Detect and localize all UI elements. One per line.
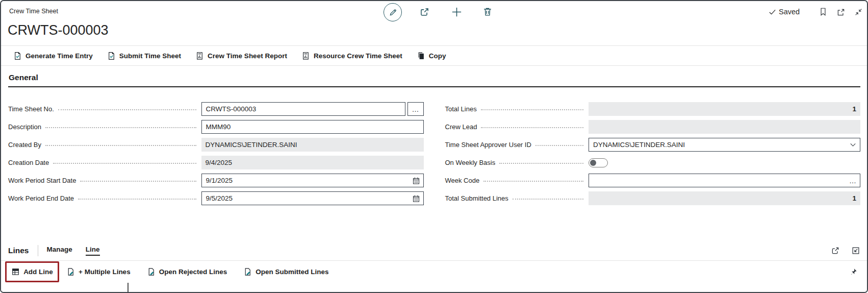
action-label: Open Rejected Lines — [159, 268, 227, 276]
work-period-end-date-input[interactable] — [202, 192, 410, 205]
dotted-leader — [499, 163, 583, 164]
page-edit-icon — [66, 267, 75, 276]
field-label: Creation Date — [8, 159, 49, 166]
open-window-icon[interactable] — [836, 8, 846, 17]
command-bar: Generate Time Entry Submit Time Sheet Cr… — [1, 46, 867, 66]
collapse-icon[interactable] — [854, 8, 863, 16]
field-work-period-end-date: Work Period End Date — [8, 191, 424, 205]
assist-ellipsis-icon[interactable]: … — [847, 177, 859, 185]
tab-manage[interactable]: Manage — [46, 246, 72, 256]
action-label: Copy — [429, 52, 446, 60]
creation-date-value: 9/4/2025 — [201, 156, 424, 169]
description-input[interactable] — [201, 120, 424, 134]
field-label: Time Sheet Approver User ID — [445, 141, 531, 149]
action-label: Open Submitted Lines — [256, 268, 328, 276]
expand-icon[interactable] — [851, 246, 860, 255]
field-label: Total Lines — [445, 105, 477, 113]
crew-time-sheet-report-button[interactable]: Crew Time Sheet Report — [195, 52, 287, 60]
field-label: On Weekly Basis — [445, 159, 496, 166]
action-label: + Multiple Lines — [79, 268, 131, 276]
general-fields: Time Sheet No. … Description Created By … — [8, 102, 860, 205]
general-section-heading[interactable]: General — [9, 73, 38, 82]
field-total-submitted-lines: Total Submitted Lines 1 — [445, 191, 861, 205]
crew-time-sheet-window: Crew Time Sheet CRWTS-000003 Saved Gener… — [0, 0, 868, 293]
save-status: Saved — [769, 8, 800, 16]
multiple-lines-button[interactable]: + Multiple Lines — [66, 267, 131, 276]
field-on-weekly-basis: On Weekly Basis — [445, 156, 861, 169]
field-label: Time Sheet No. — [8, 105, 54, 113]
add-line-button[interactable]: Add Line — [5, 261, 59, 282]
field-time-sheet-approver-user-id: Time Sheet Approver User ID — [445, 138, 861, 152]
field-label: Total Submitted Lines — [445, 194, 508, 202]
dotted-leader — [513, 199, 583, 200]
general-left-column: Time Sheet No. … Description Created By … — [8, 102, 424, 205]
created-by-value: DYNAMICS\JETINDER.SAINI — [201, 138, 424, 152]
edit-pencil-icon[interactable] — [384, 3, 402, 21]
general-right-column: Total Lines 1 Crew Lead Time Sheet Appro… — [445, 102, 861, 205]
field-week-code: Week Code … — [445, 174, 861, 187]
saved-check-icon — [769, 8, 776, 16]
report-icon — [195, 52, 204, 60]
total-lines-value: 1 — [589, 102, 860, 116]
field-created-by: Created By DYNAMICS\JETINDER.SAINI — [8, 138, 424, 152]
document-check-icon — [107, 52, 116, 60]
tab-line[interactable]: Line — [86, 246, 100, 256]
field-label: Work Period Start Date — [8, 177, 76, 184]
page-edit-icon — [243, 267, 252, 276]
dotted-leader — [45, 145, 196, 146]
document-check-icon — [13, 52, 22, 60]
pin-icon[interactable] — [849, 267, 858, 276]
resource-crew-time-sheet-button[interactable]: Resource Crew Time Sheet — [301, 52, 402, 60]
action-label: Generate Time Entry — [25, 52, 93, 60]
field-total-lines: Total Lines 1 — [445, 102, 861, 116]
dotted-leader — [53, 163, 196, 164]
tab-divider — [38, 245, 38, 256]
report-icon — [301, 52, 310, 60]
field-label: Work Period End Date — [8, 194, 74, 202]
action-label: Crew Time Sheet Report — [208, 52, 287, 60]
delete-trash-icon[interactable] — [482, 7, 493, 17]
calendar-icon[interactable] — [410, 194, 422, 203]
dotted-leader — [483, 181, 583, 182]
dotted-leader — [481, 127, 583, 128]
field-description: Description — [8, 120, 424, 134]
open-submitted-lines-button[interactable]: Open Submitted Lines — [243, 267, 328, 276]
field-crew-lead: Crew Lead — [445, 120, 861, 134]
generate-time-entry-button[interactable]: Generate Time Entry — [13, 52, 93, 60]
crew-lead-value — [589, 120, 860, 134]
dotted-leader — [535, 145, 583, 146]
save-status-label: Saved — [779, 8, 800, 16]
work-period-start-date-input[interactable] — [202, 174, 410, 187]
time-sheet-no-input[interactable] — [201, 102, 405, 116]
field-label: Week Code — [445, 177, 480, 184]
copy-button[interactable]: Copy — [417, 52, 446, 60]
lines-grid-area[interactable] — [1, 283, 867, 292]
bookmark-icon[interactable] — [819, 7, 828, 16]
field-time-sheet-no: Time Sheet No. … — [8, 102, 424, 116]
share-icon[interactable] — [831, 246, 840, 255]
page-title: CRWTS-000003 — [8, 22, 109, 38]
total-submitted-lines-value: 1 — [589, 191, 860, 205]
open-rejected-lines-button[interactable]: Open Rejected Lines — [147, 267, 227, 276]
submit-time-sheet-button[interactable]: Submit Time Sheet — [107, 52, 181, 60]
field-label: Created By — [8, 141, 41, 149]
field-label: Description — [8, 123, 41, 131]
share-icon[interactable] — [419, 7, 430, 17]
assist-ellipsis-icon[interactable]: … — [407, 102, 424, 116]
calendar-icon[interactable] — [410, 177, 422, 185]
copy-icon — [417, 52, 425, 60]
on-weekly-basis-toggle[interactable] — [589, 158, 608, 167]
action-label: Add Line — [23, 268, 53, 276]
field-work-period-start-date: Work Period Start Date — [8, 174, 424, 187]
dotted-leader — [80, 181, 196, 182]
field-creation-date: Creation Date 9/4/2025 — [8, 156, 424, 169]
general-section-rule — [8, 86, 860, 87]
lines-action-bar: + Multiple Lines Open Rejected Lines Ope… — [1, 260, 867, 283]
week-code-input[interactable] — [589, 174, 847, 187]
new-plus-icon[interactable] — [451, 6, 463, 18]
lines-heading[interactable]: Lines — [8, 246, 29, 255]
chevron-down-icon[interactable] — [847, 141, 859, 149]
lines-part-header: Lines Manage Line — [8, 244, 860, 257]
time-sheet-approver-input[interactable] — [589, 138, 847, 151]
dotted-leader — [45, 127, 196, 128]
